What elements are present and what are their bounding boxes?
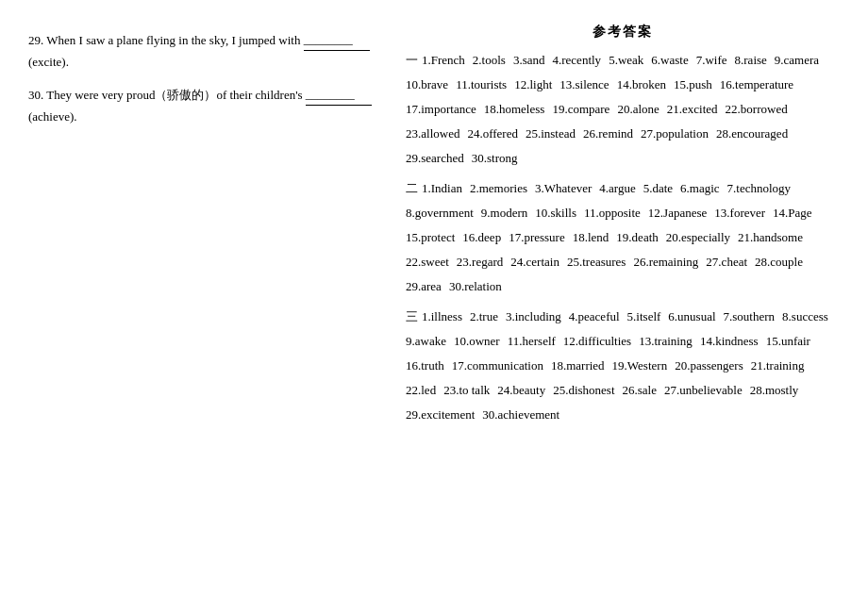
s2-a18: 18.lend (573, 225, 609, 250)
s2-a25: 25.treasures (567, 250, 626, 274)
s2-a6: 6.magic (680, 176, 720, 201)
s3-a13: 13.training (639, 329, 693, 354)
section-1: 一 1.French 2.tools 3.sand 4.recently 5.w… (406, 48, 840, 171)
left-column: 29. When I saw a plane flying in the sky… (28, 19, 387, 594)
s1-a17: 17.importance (406, 97, 476, 122)
s1-a11: 11.tourists (456, 73, 507, 97)
s3-a18: 18.married (551, 354, 605, 378)
s3-a12: 12.difficulties (563, 329, 631, 354)
s1-a23: 23.allowed (406, 122, 459, 146)
s3-a17: 17.communication (452, 354, 543, 378)
s1-a18: 18.homeless (484, 97, 545, 122)
s3-a21: 21.training (751, 354, 805, 378)
section-1-label: 一 (406, 48, 418, 73)
s2-a21: 21.handsome (738, 225, 803, 250)
s1-a5: 5.weak (609, 48, 643, 73)
s3-a9: 9.awake (406, 329, 446, 354)
s3-a3: 3.including (506, 305, 561, 329)
s3-a4: 4.peaceful (569, 305, 620, 329)
s3-a25: 25.dishonest (553, 378, 614, 403)
s2-a4: 4.argue (599, 176, 635, 201)
s1-a19: 19.compare (552, 97, 609, 122)
right-column: 参考答案 一 1.French 2.tools 3.sand 4.recentl… (406, 19, 840, 594)
s3-a28: 28.mostly (750, 378, 799, 403)
s3-a6: 6.unusual (668, 305, 715, 329)
s2-a3: 3.Whatever (535, 176, 592, 201)
s1-a10: 10.brave (406, 73, 448, 97)
s1-a15: 15.push (674, 73, 712, 97)
s3-a29: 29.excitement (406, 403, 475, 427)
s1-a6: 6.waste (651, 48, 688, 73)
s1-a2: 2.tools (473, 48, 506, 73)
s1-a7: 7.wife (696, 48, 727, 73)
s2-a15: 15.protect (406, 225, 455, 250)
s2-a1: 1.Indian (422, 176, 462, 201)
s3-a14: 14.kindness (700, 329, 759, 354)
s2-a14: 14.Page (773, 201, 812, 225)
s3-a24: 24.beauty (497, 378, 545, 403)
question-30-text-after: (achieve). (28, 109, 77, 124)
page: 29. When I saw a plane flying in the sky… (0, 0, 868, 613)
s1-a4: 4.recently (553, 48, 602, 73)
s2-a16: 16.deep (462, 225, 501, 250)
s3-a20: 20.passengers (675, 354, 743, 378)
s3-a5: 5.itself (627, 305, 661, 329)
s2-a29: 29.area (406, 274, 442, 299)
section-3: 三 1.illness 2.true 3.including 4.peacefu… (406, 305, 840, 427)
s2-a8: 8.government (406, 201, 474, 225)
s3-a26: 26.sale (623, 378, 657, 403)
s2-a22: 22.sweet (406, 250, 449, 274)
s2-a20: 20.especially (666, 225, 730, 250)
s2-a10: 10.skills (535, 201, 576, 225)
s3-a19: 19.Western (612, 354, 668, 378)
s1-a30: 30.strong (472, 146, 518, 171)
s2-a30: 30.relation (449, 274, 502, 299)
s3-a23: 23.to talk (443, 378, 490, 403)
s2-a11: 11.opposite (584, 201, 641, 225)
section-2-answers: 二 1.Indian 2.memories 3.Whatever 4.argue… (406, 176, 840, 299)
s1-a27: 27.population (641, 122, 709, 146)
section-2: 二 1.Indian 2.memories 3.Whatever 4.argue… (406, 176, 840, 299)
s3-a1: 1.illness (422, 305, 462, 329)
s2-a24: 24.certain (510, 250, 559, 274)
s3-a11: 11.herself (508, 329, 556, 354)
s2-a27: 27.cheat (706, 250, 747, 274)
s2-a12: 12.Japanese (648, 201, 707, 225)
question-29-text-before: When I saw a plane flying in the sky, I … (46, 33, 300, 47)
s2-a13: 13.forever (714, 201, 765, 225)
section-3-answers: 三 1.illness 2.true 3.including 4.peacefu… (406, 305, 840, 427)
question-30: 30. They were very proud（骄傲的）of their ch… (28, 83, 387, 128)
s1-a20: 20.alone (617, 97, 659, 122)
s2-a2: 2.memories (470, 176, 527, 201)
s1-a26: 26.remind (583, 122, 633, 146)
s2-a26: 26.remaining (633, 250, 698, 274)
s2-a28: 28.couple (755, 250, 803, 274)
s3-a22: 22.led (406, 378, 436, 403)
s1-a29: 29.searched (406, 146, 464, 171)
s1-a9: 9.camera (775, 48, 819, 73)
s1-a13: 13.silence (559, 73, 609, 97)
question-29: 29. When I saw a plane flying in the sky… (28, 28, 387, 74)
s1-a8: 8.raise (735, 48, 767, 73)
section-3-label: 三 (406, 305, 418, 329)
s2-a17: 17.pressure (509, 225, 565, 250)
s1-a25: 25.instead (526, 122, 576, 146)
section-1-answers: 一 1.French 2.tools 3.sand 4.recently 5.w… (406, 48, 840, 171)
s1-a3: 3.sand (513, 48, 545, 73)
s3-a8: 8.success (782, 305, 828, 329)
s2-a19: 19.death (616, 225, 658, 250)
s1-a12: 12.light (514, 73, 552, 97)
s1-a28: 28.encouraged (716, 122, 788, 146)
section-2-label: 二 (406, 176, 418, 201)
s3-a30: 30.achievement (482, 403, 559, 427)
s2-a7: 7.technology (727, 176, 792, 201)
question-29-text-after: (excite). (28, 55, 69, 69)
answer-title: 参考答案 (406, 24, 840, 41)
s3-a27: 27.unbelievable (664, 378, 743, 403)
question-30-text-before: They were very proud（骄傲的）of their childr… (46, 88, 302, 102)
s3-a16: 16.truth (406, 354, 444, 378)
question-29-number: 29. (28, 33, 43, 47)
question-30-blank: ________ (306, 83, 372, 106)
s1-a22: 22.borrowed (726, 97, 788, 122)
s1-a16: 16.temperature (720, 73, 793, 97)
